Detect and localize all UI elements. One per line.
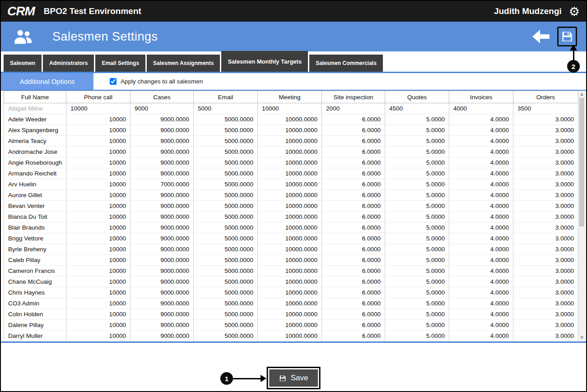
table-row[interactable]: Almeria Teacy100009000.00005000.00001000… bbox=[4, 136, 578, 147]
save-icon bbox=[561, 30, 573, 43]
scroll-down-icon[interactable]: ▼ bbox=[578, 334, 585, 341]
target-value-cell: 4.0000 bbox=[449, 147, 513, 157]
target-value-cell: 4.0000 bbox=[449, 222, 513, 233]
scrollbar-track[interactable] bbox=[578, 98, 585, 334]
target-value-cell: 3.0000 bbox=[513, 244, 578, 255]
table-row[interactable]: Darryl Muller100009000.00005000.00001000… bbox=[4, 331, 578, 341]
target-value-cell: 5000.0000 bbox=[194, 212, 258, 222]
gear-icon[interactable]: ⚙ bbox=[569, 5, 580, 18]
target-value-cell: 5000.0000 bbox=[194, 255, 258, 266]
tab-email-settings[interactable]: Email Settings bbox=[95, 55, 145, 72]
tab-salesmen[interactable]: Salesmen bbox=[4, 55, 42, 72]
table-row[interactable]: Bianca Du Toit100009000.00005000.0000100… bbox=[4, 212, 578, 222]
table-row[interactable]: Blair Braunds100009000.00005000.00001000… bbox=[4, 222, 578, 233]
table-row[interactable]: Caleb Pillay100009000.00005000.000010000… bbox=[4, 255, 578, 266]
scroll-up-icon[interactable]: ▲ bbox=[578, 91, 585, 98]
table-row[interactable]: Angie Roseborough100009000.00005000.0000… bbox=[4, 157, 578, 168]
target-value-cell[interactable]: 2000 bbox=[322, 103, 385, 114]
annotation-2-arrowhead-icon bbox=[570, 45, 577, 51]
tab-administrators[interactable]: Administrators bbox=[43, 55, 94, 72]
target-value-cell: 5.0000 bbox=[385, 320, 449, 331]
tab-salesmen-monthly-targets[interactable]: Salesmen Monthly Targets bbox=[221, 51, 308, 72]
target-value-cell: 4.0000 bbox=[449, 320, 513, 331]
target-value-cell: 5000.0000 bbox=[194, 266, 258, 277]
table-row[interactable]: Colin Holden100009000.00005000.000010000… bbox=[4, 309, 578, 320]
salesman-name-cell: Abigail Milne bbox=[4, 103, 66, 114]
target-value-cell: 9000.0000 bbox=[130, 147, 194, 157]
tab-additional-options[interactable]: Additional Options bbox=[1, 73, 93, 90]
table-row[interactable]: Adele Weeder100009000.00005000.000010000… bbox=[4, 114, 578, 125]
scrollbar-thumb[interactable] bbox=[579, 98, 584, 226]
column-header[interactable]: Orders bbox=[513, 91, 578, 103]
target-value-cell[interactable]: 4500 bbox=[385, 103, 449, 114]
target-value-cell: 5.0000 bbox=[385, 201, 449, 212]
column-header[interactable]: Site inspection bbox=[322, 91, 385, 103]
target-value-cell: 6.0000 bbox=[322, 309, 385, 320]
target-value-cell[interactable]: 9000 bbox=[130, 103, 194, 114]
table-row[interactable]: Arv Huelin100007000.00005000.000010000.0… bbox=[4, 179, 578, 190]
target-value-cell: 9000.0000 bbox=[130, 331, 194, 341]
target-value-cell: 6.0000 bbox=[322, 222, 385, 233]
tab-salesmen-assignments[interactable]: Salesmen Assignments bbox=[147, 55, 220, 72]
target-value-cell: 9000.0000 bbox=[130, 287, 194, 298]
table-row[interactable]: Alex Spangenberg100009000.00005000.00001… bbox=[4, 125, 578, 136]
column-header[interactable]: Email bbox=[194, 91, 258, 103]
app-window: CRM BPO2 Test Environment Judith Mudzeng… bbox=[0, 0, 587, 392]
target-value-cell: 10000.0000 bbox=[258, 190, 322, 201]
target-value-cell: 10000 bbox=[66, 309, 130, 320]
target-value-cell: 5.0000 bbox=[385, 147, 449, 157]
target-value-cell: 10000 bbox=[66, 125, 130, 136]
table-row[interactable]: Dalene Pillay100009000.00005000.00001000… bbox=[4, 320, 578, 331]
vertical-scrollbar[interactable]: ▲ ▼ bbox=[578, 91, 585, 341]
save-button[interactable]: Save bbox=[270, 369, 318, 387]
floppy-icon bbox=[279, 374, 287, 382]
target-value-cell[interactable]: 10000 bbox=[66, 103, 130, 114]
table-row[interactable]: Aurore Gillet100009000.00005000.00001000… bbox=[4, 190, 578, 201]
annotation-1-arrowhead-icon bbox=[261, 375, 266, 382]
target-value-cell: 5000.0000 bbox=[194, 125, 258, 136]
table-row[interactable]: CO3 Admin100009000.00005000.000010000.00… bbox=[4, 298, 578, 309]
target-value-cell: 6.0000 bbox=[322, 179, 385, 190]
table-row[interactable]: Cameron Francis100009000.00005000.000010… bbox=[4, 266, 578, 277]
column-header[interactable]: Quotes bbox=[385, 91, 449, 103]
target-value-cell[interactable]: 5000 bbox=[194, 103, 258, 114]
salesman-name-cell: Brigg Vettore bbox=[4, 233, 66, 244]
target-value-cell: 6.0000 bbox=[322, 212, 385, 222]
crm-logo: CRM bbox=[7, 5, 35, 18]
table-row[interactable]: Armando Reichelt100009000.00005000.00001… bbox=[4, 168, 578, 179]
target-value-cell: 9000.0000 bbox=[130, 222, 194, 233]
target-value-cell: 5.0000 bbox=[385, 114, 449, 125]
target-value-cell: 5.0000 bbox=[385, 157, 449, 168]
table-row[interactable]: Brigg Vettore100009000.00005000.00001000… bbox=[4, 233, 578, 244]
target-value-cell: 6.0000 bbox=[322, 277, 385, 287]
column-header[interactable]: Meeting bbox=[258, 91, 322, 103]
tab-salesmen-commercials[interactable]: Salesmen Commercials bbox=[309, 55, 383, 72]
column-header[interactable]: Invoices bbox=[449, 91, 513, 103]
apply-all-checkbox[interactable] bbox=[110, 78, 116, 85]
table-row[interactable]: Andromache Jose100009000.00005000.000010… bbox=[4, 147, 578, 157]
target-value-cell: 7000.0000 bbox=[130, 179, 194, 190]
column-header[interactable]: Cases bbox=[130, 91, 194, 103]
target-value-cell[interactable]: 4000 bbox=[449, 103, 513, 114]
back-arrow-icon[interactable] bbox=[531, 29, 551, 44]
target-value-cell: 5000.0000 bbox=[194, 179, 258, 190]
page-header: Salesmen Settings bbox=[1, 22, 586, 51]
table-row[interactable]: Byrle Breheny100009000.00005000.00001000… bbox=[4, 244, 578, 255]
target-value-cell: 10000.0000 bbox=[258, 277, 322, 287]
column-header[interactable]: Full Name bbox=[4, 91, 66, 103]
header-save-button[interactable] bbox=[557, 27, 577, 46]
table-row[interactable]: Chris Haynes100009000.00005000.000010000… bbox=[4, 287, 578, 298]
targets-table-wrap: Full NamePhone callCasesEmailMeetingSite… bbox=[1, 91, 586, 343]
table-row[interactable]: Abigail Milne100009000500010000200045004… bbox=[4, 103, 578, 114]
target-value-cell: 10000 bbox=[66, 190, 130, 201]
target-value-cell: 3.0000 bbox=[513, 168, 578, 179]
target-value-cell: 10000.0000 bbox=[258, 212, 322, 222]
salesman-name-cell: Almeria Teacy bbox=[4, 136, 66, 147]
target-value-cell[interactable]: 10000 bbox=[258, 103, 322, 114]
target-value-cell: 3.0000 bbox=[513, 201, 578, 212]
table-row[interactable]: Bevan Venter100009000.00005000.000010000… bbox=[4, 201, 578, 212]
target-value-cell: 10000.0000 bbox=[258, 331, 322, 341]
target-value-cell[interactable]: 3500 bbox=[513, 103, 578, 114]
column-header[interactable]: Phone call bbox=[66, 91, 130, 103]
table-row[interactable]: Chane McCuaig100009000.00005000.00001000… bbox=[4, 277, 578, 287]
